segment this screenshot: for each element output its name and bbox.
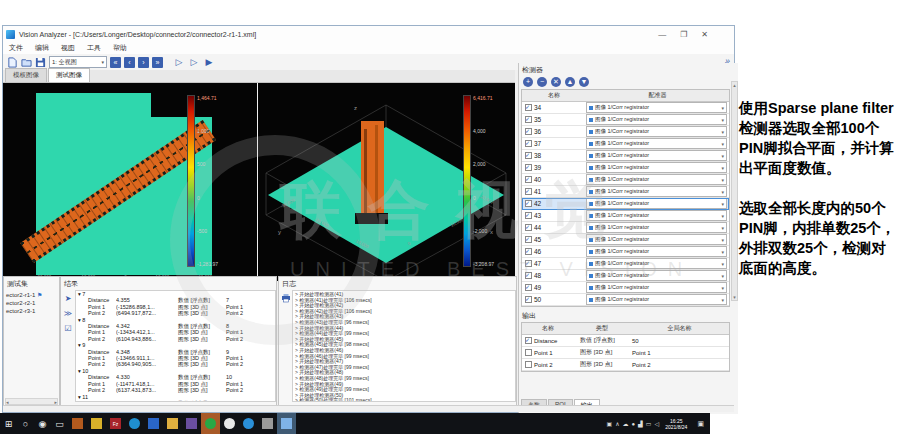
detector-checkbox[interactable]: [525, 260, 532, 267]
registrator-select[interactable]: 图像 1/Corr registrator ▾: [586, 246, 727, 257]
testset-hscrollbar[interactable]: ◂▸: [5, 398, 58, 405]
tray-icon[interactable]: ☁: [623, 420, 629, 427]
taskbar-app-button[interactable]: [125, 413, 144, 434]
detector-checkbox[interactable]: [525, 152, 532, 159]
tray-icon[interactable]: ◁: [655, 420, 660, 427]
registrator-select[interactable]: 图像 1/Corr registrator ▾: [586, 198, 727, 209]
close-button[interactable]: ✕: [701, 30, 708, 39]
result-line[interactable]: Distance 4.342 数值 [浮点数] 11: [76, 400, 275, 402]
detector-scrollbar[interactable]: ▴▾: [731, 81, 738, 301]
detector-checkbox[interactable]: [525, 224, 532, 231]
detector-checkbox[interactable]: [525, 248, 532, 255]
detector-checkbox[interactable]: [525, 188, 532, 195]
image-tab[interactable]: 测试图像: [48, 68, 90, 82]
registrator-select[interactable]: 图像 1/Corr registrator ▾: [586, 114, 727, 125]
detector-checkbox[interactable]: [525, 200, 532, 207]
detector-checkbox[interactable]: [525, 128, 532, 135]
registrator-select[interactable]: 图像 1/Corr registrator ▾: [586, 186, 727, 197]
taskbar-app-button[interactable]: [182, 413, 201, 434]
testset-item[interactable]: ector2-r2-1 ⚑: [4, 299, 59, 307]
output-checkbox[interactable]: [525, 361, 532, 368]
detector-checkbox[interactable]: [525, 212, 532, 219]
detector-checkbox[interactable]: [525, 284, 532, 291]
taskbar-app-button[interactable]: [239, 413, 258, 434]
detector-checkbox[interactable]: [525, 236, 532, 243]
detector-row[interactable]: 49 图像 1/Corr registrator ▾: [522, 282, 729, 294]
detector-checkbox[interactable]: [525, 272, 532, 279]
registrator-select[interactable]: 图像 1/Corr registrator ▾: [586, 222, 727, 233]
taskbar-app-button[interactable]: [220, 413, 239, 434]
print-icon[interactable]: [281, 293, 291, 303]
menu-item[interactable]: 文件: [3, 43, 29, 53]
registrator-select[interactable]: 图像 1/Corr registrator ▾: [586, 270, 727, 281]
viewport-top-view[interactable]: 1,464.71 1,000 500 0 -500 -1,281.97: [3, 83, 257, 281]
detector-row[interactable]: 46 图像 1/Corr registrator ▾: [522, 246, 729, 258]
registrator-select[interactable]: 图像 1/Corr registrator ▾: [586, 102, 727, 113]
taskbar-system-button[interactable]: ⊞: [0, 413, 17, 434]
detector-checkbox[interactable]: [525, 116, 532, 123]
registrator-select[interactable]: 图像 1/Corr registrator ▾: [586, 150, 727, 161]
detector-row[interactable]: 41 图像 1/Corr registrator ▾: [522, 186, 729, 198]
nav-image-button[interactable]: «: [110, 57, 121, 68]
taskbar-clock[interactable]: 16:25 2021/8/24: [662, 418, 690, 430]
detector-row[interactable]: 47 图像 1/Corr registrator ▾: [522, 258, 729, 270]
registrator-select[interactable]: 图像 1/Corr registrator ▾: [586, 234, 727, 245]
detector-row[interactable]: 34 图像 1/Corr registrator ▾: [522, 102, 729, 114]
taskbar-system-button[interactable]: ◉: [34, 413, 51, 434]
registrator-select[interactable]: 图像 1/Corr registrator ▾: [586, 174, 727, 185]
nav-image-button[interactable]: ›: [138, 57, 149, 68]
taskbar-system-button[interactable]: ○: [17, 413, 34, 434]
detector-row[interactable]: 48 图像 1/Corr registrator ▾: [522, 270, 729, 282]
tray-icon[interactable]: ▟: [638, 420, 643, 427]
notification-center-button[interactable]: ▣: [693, 420, 708, 428]
menu-item[interactable]: 工具: [81, 43, 107, 53]
registrator-select[interactable]: 图像 1/Corr registrator ▾: [586, 294, 727, 305]
registrator-select[interactable]: 图像 1/Corr registrator ▾: [586, 162, 727, 173]
detector-row[interactable]: 38 图像 1/Corr registrator ▾: [522, 150, 729, 162]
report-icon[interactable]: ☑: [64, 324, 71, 333]
registrator-select[interactable]: 图像 1/Corr registrator ▾: [586, 138, 727, 149]
taskbar-app-button[interactable]: [201, 413, 220, 434]
detector-checkbox[interactable]: [525, 140, 532, 147]
viewport-3d-view[interactable]: -30,000 -20,000 -10,000 0 10,000 20,000 …: [258, 83, 515, 281]
log-output[interactable]: > 开始处理检测器(41) > 检测器(41)处理完毕 [106 msecs] …: [292, 290, 516, 402]
registrator-select[interactable]: 图像 1/Corr registrator ▾: [586, 282, 727, 293]
maximize-button[interactable]: ❐: [680, 30, 687, 39]
taskbar-app-button[interactable]: [277, 413, 296, 434]
taskbar-system-button[interactable]: ▭: [51, 413, 68, 434]
detector-toolbar-button[interactable]: ▼: [579, 77, 589, 87]
output-checkbox[interactable]: [525, 337, 532, 344]
testset-item[interactable]: ector2-r1-1 ⚑: [4, 290, 59, 299]
detector-row[interactable]: 39 图像 1/Corr registrator ▾: [522, 162, 729, 174]
detector-checkbox[interactable]: [525, 164, 532, 171]
open-folder-icon[interactable]: [21, 57, 32, 68]
detector-checkbox[interactable]: [525, 296, 532, 303]
registrator-select[interactable]: 图像 1/Corr registrator ▾: [586, 258, 727, 269]
image-tab[interactable]: 模板图像: [5, 68, 47, 82]
detector-row[interactable]: 50 图像 1/Corr registrator ▾: [522, 294, 729, 306]
minimize-button[interactable]: —: [658, 30, 666, 39]
detector-row[interactable]: 40 图像 1/Corr registrator ▾: [522, 174, 729, 186]
detector-row[interactable]: 45 图像 1/Corr registrator ▾: [522, 234, 729, 246]
detector-row[interactable]: 35 图像 1/Corr registrator ▾: [522, 114, 729, 126]
run-button[interactable]: ▶: [203, 56, 215, 68]
nav-image-button[interactable]: ‹: [124, 57, 135, 68]
menu-item[interactable]: 帮助: [107, 43, 133, 53]
detector-row[interactable]: 36 图像 1/Corr registrator ▾: [522, 126, 729, 138]
taskbar-app-button[interactable]: Fz: [106, 413, 125, 434]
detector-row[interactable]: 44 图像 1/Corr registrator ▾: [522, 222, 729, 234]
taskbar-app-button[interactable]: [68, 413, 87, 434]
tray-icon[interactable]: ▣: [607, 420, 613, 427]
tray-icon[interactable]: ∧: [615, 420, 619, 427]
detector-toolbar-button[interactable]: ✕: [551, 77, 561, 87]
detector-checkbox[interactable]: [525, 176, 532, 183]
output-row[interactable]: Point 2 图形 [3D 点] Point 2: [522, 359, 729, 371]
menu-item[interactable]: 视图: [55, 43, 81, 53]
testset-item[interactable]: ector2-r3-1 ⚑: [4, 307, 59, 315]
detector-toolbar-button[interactable]: −: [537, 77, 547, 87]
detector-row[interactable]: 37 图像 1/Corr registrator ▾: [522, 138, 729, 150]
output-row[interactable]: Point 1 图形 [3D 点] Point 1: [522, 347, 729, 359]
run-test-icon[interactable]: ➤: [65, 294, 72, 303]
save-icon[interactable]: [35, 57, 46, 68]
detector-checkbox[interactable]: [525, 104, 532, 111]
